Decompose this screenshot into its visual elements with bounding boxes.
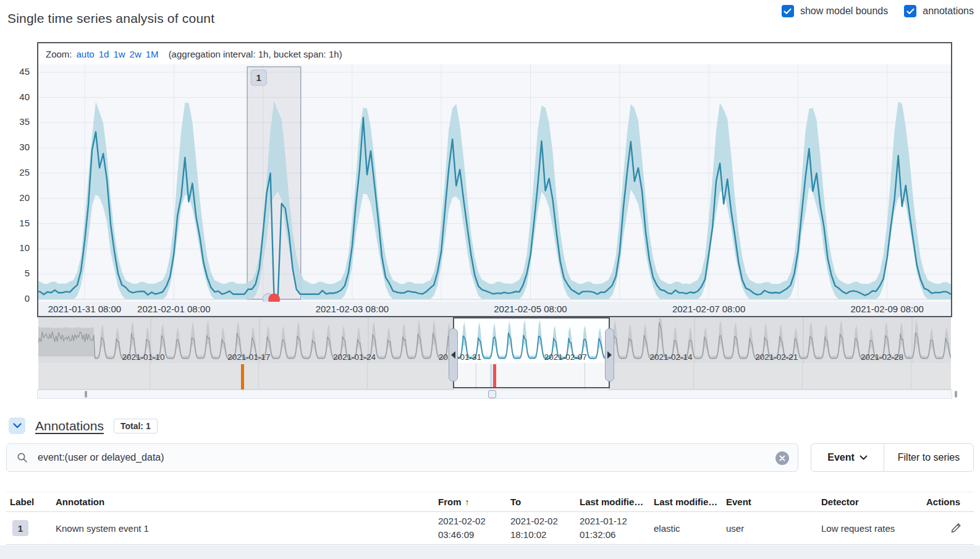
last-modified-date-cell: 2021-01-12 01:32:06 xyxy=(576,514,650,542)
col-from[interactable]: From↑ xyxy=(434,497,507,507)
x-axis-tick-label: 2021-02-07 08:00 xyxy=(672,304,745,314)
scrollbar-right-pill[interactable] xyxy=(955,391,957,398)
zoom-option-1w[interactable]: 1w xyxy=(113,49,125,59)
y-axis-tick-label: 10 xyxy=(4,242,30,253)
y-axis-tick-label: 35 xyxy=(4,116,30,127)
x-axis-tick-label: 2021-02-05 08:00 xyxy=(494,304,567,314)
zoom-controls: Zoom: auto 1d 1w 2w 1M (aggregation inte… xyxy=(38,43,951,64)
last-modified-by-cell: elastic xyxy=(650,523,722,534)
context-tick-label: 2021-01-24 xyxy=(333,352,376,362)
show-model-bounds-toggle[interactable]: show model bounds xyxy=(782,5,888,17)
checkbox-checked-icon[interactable] xyxy=(904,5,916,17)
table-header-row: Label Annotation From↑ To Last modifie… … xyxy=(6,492,974,512)
col-event[interactable]: Event xyxy=(722,497,817,507)
annotations-header: Annotations Total: 1 xyxy=(9,417,158,434)
annotations-heading: Annotations xyxy=(35,419,104,433)
chevron-down-icon xyxy=(13,423,22,429)
single-metric-viewer: Single time series analysis of count sho… xyxy=(0,0,980,559)
swimlane-gridline xyxy=(367,363,368,390)
aggregation-note: (aggregation interval: 1h, bucket span: … xyxy=(169,49,342,59)
scrollbar-thumb[interactable] xyxy=(488,390,496,398)
annotation-label-badge: 1 xyxy=(12,520,28,536)
y-axis-tick-label: 5 xyxy=(4,268,30,278)
y-axis-tick-label: 0 xyxy=(4,293,30,304)
timeseries-chart-panel: Zoom: auto 1d 1w 2w 1M (aggregation inte… xyxy=(37,42,952,317)
col-detector[interactable]: Detector xyxy=(817,497,921,507)
context-tick-label: 2021-01-17 xyxy=(227,352,270,362)
col-to[interactable]: To xyxy=(507,497,576,507)
filter-to-series-label: Filter to series xyxy=(898,452,960,463)
context-tick-label: 2021-01-10 xyxy=(122,352,164,362)
x-axis: 2021-01-31 08:002021-02-01 08:002021-02-… xyxy=(38,302,951,316)
svg-text:1: 1 xyxy=(256,72,261,83)
context-tick-label: 2021-02-28 xyxy=(861,352,903,362)
annotations-label: annotations xyxy=(923,6,974,17)
swimlane-gridline xyxy=(911,363,911,390)
selection-right-handle[interactable] xyxy=(605,328,614,382)
event-button-label: Event xyxy=(827,452,855,463)
checkbox-checked-icon[interactable] xyxy=(782,5,794,17)
search-input[interactable]: event:(user or delayed_data) xyxy=(6,443,798,472)
y-axis-tick-label: 30 xyxy=(4,142,30,152)
annotation-marker[interactable] xyxy=(241,364,244,390)
chart-toggles: show model bounds annotations xyxy=(782,5,974,17)
annotations-filter-bar: event:(user or delayed_data) Event Filte… xyxy=(6,443,974,472)
annotations-table: Label Annotation From↑ To Last modifie… … xyxy=(6,492,974,545)
swimlane-gridline xyxy=(150,363,150,390)
zoom-label: Zoom: xyxy=(46,49,72,59)
clear-search-button[interactable] xyxy=(775,451,789,465)
focus-chart[interactable]: 1 xyxy=(38,64,951,302)
zoom-option-1M[interactable]: 1M xyxy=(146,49,159,59)
context-tick-label: 2021-02-21 xyxy=(755,352,798,362)
collapse-annotations-button[interactable] xyxy=(9,417,25,434)
page-title: Single time series analysis of count xyxy=(7,11,214,26)
filter-to-series-button[interactable]: Filter to series xyxy=(884,444,973,471)
y-axis-tick-label: 15 xyxy=(4,218,30,228)
event-filter-button[interactable]: Event xyxy=(811,444,884,471)
zoom-option-2w[interactable]: 2w xyxy=(130,49,142,59)
left-arrow-icon xyxy=(451,351,455,359)
col-actions: Actions xyxy=(921,497,974,507)
y-axis-tick-label: 20 xyxy=(4,192,30,203)
total-badge: Total: 1 xyxy=(114,419,158,433)
col-label: Label xyxy=(6,497,52,507)
x-axis-tick-label: 2021-01-31 08:00 xyxy=(48,304,121,314)
event-cell: user xyxy=(722,523,817,534)
right-arrow-icon xyxy=(607,351,612,359)
zoom-option-auto[interactable]: auto xyxy=(77,49,95,59)
col-last-modified-date[interactable]: Last modifie… xyxy=(576,497,650,507)
from-cell: 2021-02-02 03:46:09 xyxy=(434,514,507,542)
chevron-down-icon xyxy=(860,455,868,460)
swimlane-gridline xyxy=(693,363,694,390)
close-icon xyxy=(779,455,785,461)
swimlane-gridline xyxy=(258,363,259,390)
search-icon xyxy=(17,452,28,463)
selection-left-handle[interactable] xyxy=(449,328,458,382)
annotation-text: Known system event 1 xyxy=(52,523,434,534)
sort-ascending-icon: ↑ xyxy=(465,497,470,507)
y-axis-tick-label: 45 xyxy=(4,66,30,77)
context-scrollbar[interactable] xyxy=(37,390,952,399)
show-model-bounds-label: show model bounds xyxy=(800,6,888,17)
filter-button-group: Event Filter to series xyxy=(811,443,974,472)
page-background-strip xyxy=(0,545,980,559)
context-tick-label: 2021-02-14 xyxy=(649,352,692,362)
swimlane-gridline xyxy=(802,363,803,390)
col-annotation: Annotation xyxy=(52,497,434,507)
time-range-selection[interactable] xyxy=(453,317,610,388)
y-axis-tick-label: 40 xyxy=(4,92,30,102)
search-query-text: event:(user or delayed_data) xyxy=(38,452,164,463)
y-axis-tick-label: 25 xyxy=(4,167,30,177)
scrollbar-left-pill[interactable] xyxy=(85,391,87,398)
x-axis-tick-label: 2021-02-01 08:00 xyxy=(137,304,210,314)
context-chart: 2021-01-102021-01-172021-01-242021-01-31… xyxy=(37,317,952,390)
table-row[interactable]: 1 Known system event 1 2021-02-02 03:46:… xyxy=(6,512,974,545)
x-axis-tick-label: 2021-02-03 08:00 xyxy=(316,304,389,314)
col-last-modified-by[interactable]: Last modifie… xyxy=(650,497,722,507)
x-axis-tick-label: 2021-02-09 08:00 xyxy=(850,304,923,314)
zoom-option-1d[interactable]: 1d xyxy=(99,49,109,59)
detector-cell: Low request rates xyxy=(817,523,921,534)
edit-pencil-icon[interactable] xyxy=(950,523,961,534)
annotations-toggle[interactable]: annotations xyxy=(904,5,974,17)
to-cell: 2021-02-02 18:10:02 xyxy=(507,514,576,542)
